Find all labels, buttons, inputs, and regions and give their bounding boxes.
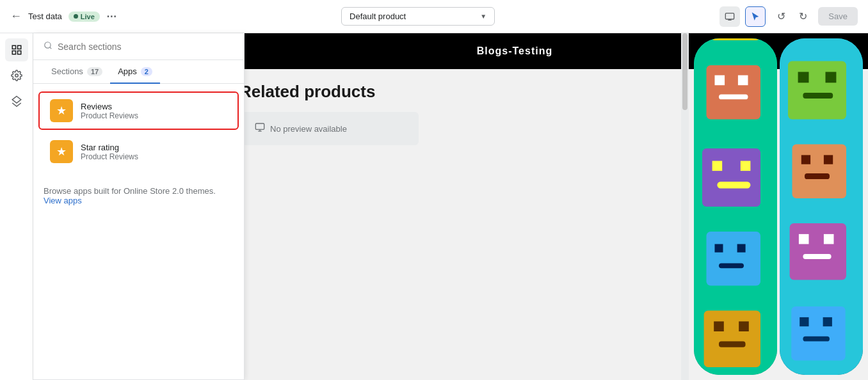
- svg-rect-37: [702, 148, 760, 207]
- cursor-icon[interactable]: [745, 6, 766, 27]
- undo-redo-group: ↺ ↻: [771, 6, 813, 27]
- topbar-right: ↺ ↻ Save: [719, 6, 858, 27]
- topbar-center: Default product ▼: [124, 7, 712, 26]
- svg-rect-66: [791, 306, 846, 361]
- more-menu-icon[interactable]: ⋯: [106, 10, 117, 22]
- search-icon: [44, 41, 52, 52]
- sidebar-icons: [0, 33, 33, 380]
- scroll-track: [681, 33, 689, 380]
- svg-rect-55: [798, 72, 809, 83]
- overlay-panel: Sections 17 Apps 2 ★ Reviews Product Rev…: [33, 33, 245, 380]
- svg-rect-25: [255, 123, 264, 129]
- result-item-reviews[interactable]: ★ Reviews Product Reviews: [38, 91, 239, 130]
- reviews-icon: ★: [50, 99, 73, 122]
- svg-rect-29: [711, 38, 760, 40]
- result-item-star-rating[interactable]: ★ Star rating Product Reviews: [38, 132, 239, 171]
- svg-rect-60: [824, 155, 833, 164]
- svg-point-23: [45, 42, 51, 48]
- snowboard-right: [780, 38, 863, 375]
- shop-logo: Blogs-Testing: [477, 45, 552, 57]
- svg-rect-54: [788, 61, 846, 120]
- settings-icon[interactable]: [5, 64, 28, 87]
- search-box: [33, 33, 244, 60]
- result-info-reviews: Reviews Product Reviews: [81, 102, 227, 120]
- svg-rect-45: [704, 311, 760, 367]
- svg-rect-46: [714, 321, 724, 331]
- save-button[interactable]: Save: [818, 7, 858, 26]
- redo-button[interactable]: ↻: [792, 6, 813, 27]
- no-preview-banner: No preview available: [239, 112, 419, 145]
- topbar: ← Test data Live ⋯ Default product ▼ ↺ ↻…: [0, 0, 868, 33]
- section-results: ★ Reviews Product Reviews ★ Star rating …: [33, 84, 244, 178]
- svg-rect-69: [803, 336, 830, 342]
- svg-rect-5: [12, 51, 15, 54]
- device-selector-icon[interactable]: [719, 6, 740, 27]
- svg-rect-48: [719, 342, 746, 347]
- svg-rect-33: [707, 65, 761, 120]
- apps-icon[interactable]: [5, 90, 28, 113]
- svg-point-7: [15, 74, 18, 77]
- svg-rect-65: [803, 254, 831, 259]
- svg-rect-56: [826, 72, 837, 83]
- star-rating-icon: ★: [50, 140, 73, 163]
- svg-rect-35: [738, 75, 748, 86]
- no-preview-icon: [255, 122, 265, 135]
- store-name: Test data: [28, 12, 62, 21]
- svg-rect-36: [719, 95, 748, 100]
- snowboard-container: [689, 33, 868, 380]
- svg-rect-0: [726, 13, 734, 19]
- svg-rect-4: [17, 45, 20, 49]
- svg-rect-67: [800, 317, 808, 326]
- svg-rect-58: [792, 145, 847, 199]
- svg-rect-38: [712, 161, 723, 171]
- preview-area: ☰ Blogs-Testing 🔍 👤 🛒 Related products N…: [214, 33, 868, 380]
- view-apps-link[interactable]: View apps: [44, 196, 82, 205]
- svg-rect-41: [707, 232, 761, 286]
- svg-rect-68: [823, 317, 832, 326]
- topbar-left: ← Test data Live ⋯: [10, 10, 117, 23]
- svg-rect-63: [799, 234, 809, 244]
- svg-rect-59: [801, 155, 810, 164]
- svg-rect-44: [719, 263, 744, 268]
- svg-rect-43: [737, 244, 746, 253]
- tabs: Sections 17 Apps 2: [33, 60, 244, 84]
- search-input[interactable]: [58, 42, 234, 52]
- svg-rect-47: [739, 321, 749, 331]
- svg-rect-42: [715, 244, 723, 253]
- svg-line-24: [50, 47, 52, 49]
- live-dot: [74, 14, 78, 19]
- svg-rect-57: [803, 93, 833, 99]
- page-selector[interactable]: Default product ▼: [341, 7, 495, 26]
- main-layout: Default product PREVIEW The Out of Stock…: [0, 33, 868, 380]
- live-badge: Live: [68, 12, 100, 22]
- tab-apps[interactable]: Apps 2: [110, 60, 160, 84]
- scroll-thumb[interactable]: [682, 33, 687, 110]
- sections-icon[interactable]: [5, 38, 28, 61]
- svg-rect-64: [824, 234, 834, 244]
- svg-rect-39: [741, 161, 751, 171]
- chevron-down-icon: ▼: [480, 13, 486, 20]
- svg-rect-40: [717, 182, 750, 188]
- snowboard-left: [694, 38, 777, 375]
- tab-sections[interactable]: Sections 17: [44, 60, 110, 84]
- svg-rect-61: [805, 173, 830, 179]
- preview-images: [689, 33, 868, 380]
- result-info-star: Star rating Product Reviews: [81, 143, 227, 161]
- page-selector-text: Default product: [350, 12, 406, 21]
- svg-rect-6: [17, 51, 20, 54]
- undo-button[interactable]: ↺: [771, 6, 791, 27]
- svg-rect-62: [790, 223, 846, 280]
- svg-rect-3: [12, 45, 15, 49]
- svg-rect-34: [715, 75, 725, 86]
- browse-apps-text: Browse apps built for Online Store 2.0 t…: [33, 178, 244, 213]
- back-icon[interactable]: ←: [10, 10, 22, 23]
